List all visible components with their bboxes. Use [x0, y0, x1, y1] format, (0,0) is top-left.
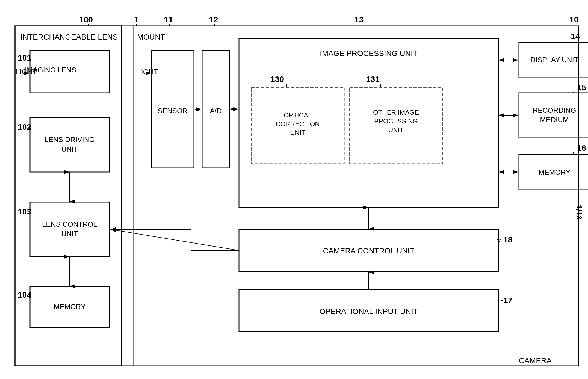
- ref-100: 100: [79, 15, 93, 24]
- ref-16: 16: [577, 143, 586, 152]
- sensor-block: SENSOR: [158, 107, 188, 115]
- operational-input-block: OPERATIONAL INPUT UNIT: [320, 307, 418, 316]
- svg-rect-13: [30, 117, 109, 172]
- lens-driving-block: LENS DRIVING: [45, 135, 95, 144]
- other-processing-block: OTHER IMAGE: [373, 109, 419, 116]
- light-mount-label: LIGHT: [137, 68, 158, 76]
- tilde-18: ~: [497, 236, 501, 244]
- recording-medium-block: RECORDING: [533, 106, 576, 114]
- ref-17: 17: [503, 296, 512, 305]
- ref-18: 18: [503, 235, 512, 244]
- light-in-label: LIGHT: [16, 68, 37, 76]
- ref-130: 130: [270, 75, 284, 84]
- ref-103: 103: [18, 207, 31, 216]
- ref-14: 14: [571, 32, 580, 41]
- recording-medium-block2: MEDIUM: [540, 116, 569, 124]
- display-unit-block: DISPLAY UNIT: [530, 56, 578, 64]
- ref-131: 131: [366, 75, 380, 84]
- ad-block: A/D: [210, 107, 221, 115]
- ref-102: 102: [18, 122, 31, 131]
- svg-rect-5: [15, 26, 122, 366]
- ref-12: 12: [209, 15, 218, 24]
- ref-104: 104: [18, 290, 31, 299]
- tilde-17: ~: [499, 296, 504, 305]
- ref-10: 10: [569, 15, 578, 24]
- ref-13: 13: [354, 15, 364, 24]
- ref-11: 11: [164, 15, 173, 24]
- optical-correction-block: OPTICAL: [284, 111, 312, 119]
- lens-control-block2: UNIT: [61, 230, 78, 238]
- mount-label: MOUNT: [137, 33, 165, 41]
- ref-15: 15: [577, 83, 586, 92]
- svg-rect-30: [350, 87, 442, 164]
- image-processing-label: IMAGE PROCESSING UNIT: [320, 49, 418, 58]
- lens-memory-block: MEMORY: [54, 303, 86, 311]
- svg-rect-7: [15, 26, 578, 366]
- svg-rect-15: [30, 202, 109, 257]
- optical-correction-block2: CORRECTION: [276, 120, 320, 128]
- camera-control-block: CAMERA CONTROL UNIT: [323, 247, 415, 255]
- lens-control-block: LENS CONTROL: [42, 220, 97, 228]
- svg-line-47: [111, 229, 238, 250]
- camera-memory-block: MEMORY: [539, 168, 571, 176]
- ref-101: 101: [18, 53, 31, 62]
- lens-driving-block2: UNIT: [61, 145, 78, 153]
- page-indicator: 1/13: [575, 205, 583, 220]
- interchangeable-lens-label: INTERCHANGEABLE LENS: [20, 33, 118, 41]
- ref-1: 1: [134, 15, 139, 24]
- camera-label: CAMERA: [519, 356, 552, 365]
- optical-correction-block3: UNIT: [290, 129, 305, 136]
- other-processing-block2: PROCESSING: [374, 117, 418, 125]
- other-processing-block3: UNIT: [388, 126, 404, 134]
